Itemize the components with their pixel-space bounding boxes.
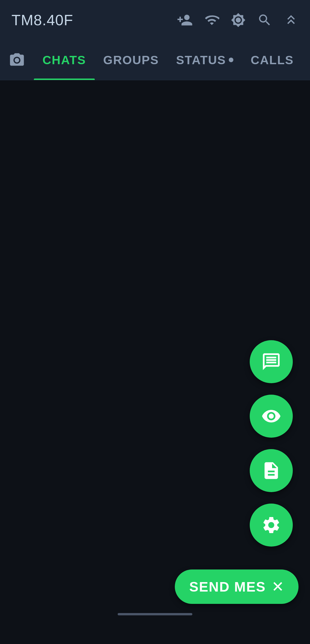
tab-calls[interactable]: CALLS xyxy=(242,40,302,80)
tab-chats[interactable]: CHATS xyxy=(34,40,95,80)
search-icon[interactable] xyxy=(257,13,272,28)
tab-calls-label: CALLS xyxy=(251,53,294,67)
tab-bar: CHATS GROUPS STATUS CALLS xyxy=(0,40,310,80)
tab-chats-label: CHATS xyxy=(42,53,86,67)
status-bar-left: TM8.40F xyxy=(11,11,73,29)
tab-status[interactable]: STATUS xyxy=(168,40,242,80)
main-content: SEND MES ✕ xyxy=(0,80,310,621)
status-bar-title: TM8.40F xyxy=(11,11,73,29)
close-icon[interactable]: ✕ xyxy=(272,578,284,595)
fab-container xyxy=(250,340,293,547)
fab-document-button[interactable] xyxy=(250,449,293,492)
bottom-nav-indicator xyxy=(118,613,192,615)
status-bar-icons xyxy=(177,12,299,28)
send-message-label: SEND MES xyxy=(189,579,266,595)
brightness-icon xyxy=(231,13,246,28)
tab-groups[interactable]: GROUPS xyxy=(95,40,168,80)
wifi-icon xyxy=(204,13,219,28)
tab-status-label: STATUS xyxy=(176,53,226,67)
tab-groups-label: GROUPS xyxy=(103,53,159,67)
person-add-icon[interactable] xyxy=(177,12,193,28)
camera-button[interactable] xyxy=(9,52,25,68)
status-dot xyxy=(229,58,233,62)
fab-message-button[interactable] xyxy=(250,340,293,383)
fab-eye-button[interactable] xyxy=(250,395,293,438)
status-bar: TM8.40F xyxy=(0,0,310,40)
send-message-button[interactable]: SEND MES ✕ xyxy=(175,569,299,604)
fab-settings-button[interactable] xyxy=(250,504,293,547)
menu-more-icon[interactable] xyxy=(284,13,299,28)
tabs: CHATS GROUPS STATUS CALLS xyxy=(34,40,302,80)
